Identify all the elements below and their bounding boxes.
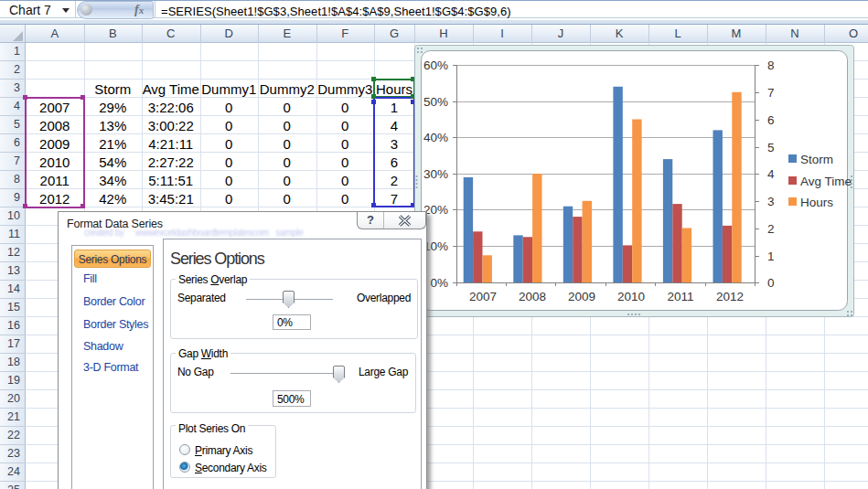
svg-text:Storm: Storm [800, 153, 833, 166]
svg-text:Avg Time: Avg Time [800, 175, 852, 188]
svg-text:Hours: Hours [800, 196, 833, 209]
svg-text:0: 0 [767, 276, 775, 290]
svg-text:0%: 0% [430, 276, 448, 290]
svg-text:6: 6 [767, 113, 775, 127]
svg-text:2009: 2009 [568, 290, 595, 303]
svg-text:2: 2 [767, 222, 775, 236]
svg-text:5: 5 [767, 141, 775, 154]
svg-text:4: 4 [767, 167, 775, 181]
svg-text:7: 7 [767, 86, 775, 100]
svg-text:2010: 2010 [617, 290, 645, 303]
svg-text:2012: 2012 [716, 290, 744, 303]
svg-text:50%: 50% [423, 95, 448, 109]
svg-text:3: 3 [767, 195, 775, 208]
svg-text:2007: 2007 [469, 290, 497, 303]
svg-text:2011: 2011 [667, 290, 693, 303]
svg-text:40%: 40% [423, 131, 448, 144]
svg-text:8: 8 [767, 58, 775, 72]
svg-text:2008: 2008 [519, 290, 546, 303]
svg-text:60%: 60% [423, 58, 448, 72]
svg-text:10%: 10% [423, 239, 448, 253]
svg-text:30%: 30% [423, 167, 448, 181]
svg-text:1: 1 [767, 250, 775, 263]
svg-text:20%: 20% [423, 203, 448, 217]
